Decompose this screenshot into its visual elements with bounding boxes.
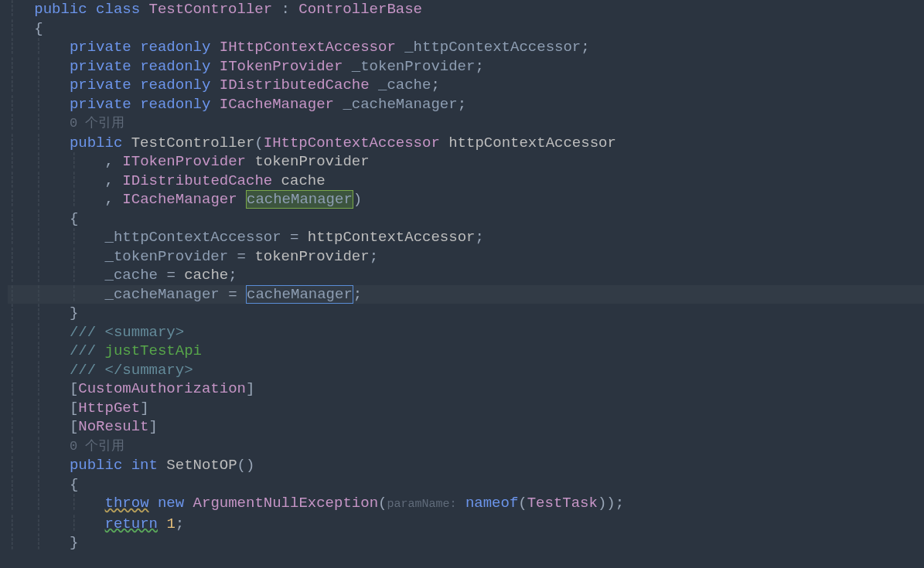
inlay-hint: paramName:: [387, 498, 456, 511]
type-name: IDistributedCache: [220, 77, 370, 94]
param-type: ICacheManager: [122, 191, 237, 208]
field-name: _httpContextAccessor: [404, 39, 581, 56]
param-name: cache: [281, 172, 326, 189]
field-name: _cacheManager: [343, 96, 457, 113]
open-paren: (: [378, 495, 387, 512]
code-line[interactable]: ┊ ┊ {: [8, 475, 924, 495]
keyword-new: new: [158, 495, 184, 512]
keyword-class: class: [96, 1, 140, 18]
keyword-private: private: [70, 96, 131, 113]
doc-comment: ///: [70, 324, 96, 341]
comma: ,: [105, 153, 114, 170]
codelens-references[interactable]: 0 个引用: [70, 439, 124, 454]
param-type: IDistributedCache: [122, 172, 272, 189]
code-line[interactable]: ┊ ┊ ┊ _cache = cache;: [8, 266, 924, 285]
code-line[interactable]: ┊ public class TestController : Controll…: [8, 0, 924, 19]
code-line[interactable]: ┊ ┊ /// justTestApi: [8, 342, 924, 361]
code-line[interactable]: ┊ ┊ /// </summary>: [8, 361, 924, 380]
number-literal: 1: [166, 515, 175, 532]
keyword-readonly: readonly: [140, 96, 210, 113]
code-line[interactable]: ┊ ┊ ┊ , IDistributedCache cache: [8, 172, 924, 191]
field-ref: _cache: [105, 267, 158, 284]
doc-comment: ///: [70, 362, 96, 379]
close-paren: ): [598, 495, 606, 512]
close-paren: ): [246, 457, 254, 474]
code-line[interactable]: ┊ ┊ ┊ , ICacheManager cacheManager): [8, 190, 924, 209]
keyword-readonly: readonly: [140, 58, 210, 75]
type-name: ICacheManager: [220, 96, 334, 113]
keyword-nameof: nameof: [465, 495, 518, 512]
code-line[interactable]: ┊ ┊ public TestController(IHttpContextAc…: [8, 134, 924, 153]
code-line[interactable]: ┊ ┊ private readonly IDistributedCache _…: [8, 76, 924, 95]
param-ref: tokenProvider: [254, 248, 369, 265]
param-name-highlighted: cacheManager: [246, 190, 353, 209]
bracket-open: [: [70, 400, 78, 417]
code-editor[interactable]: ┊ public class TestController : Controll…: [0, 0, 924, 553]
codelens-line[interactable]: ┊ ┊ 0 个引用: [8, 437, 924, 457]
keyword-readonly: readonly: [140, 77, 210, 94]
close-brace: }: [70, 304, 78, 321]
code-line-current[interactable]: ┊ ┊ ┊ _cacheManager = cacheManager;: [8, 285, 924, 304]
attribute-name: HttpGet: [78, 400, 140, 417]
code-line[interactable]: ┊ ┊ ┊ return 1;: [8, 515, 924, 534]
code-line[interactable]: ┊ ┊ ┊ throw new ArgumentNullException(pa…: [8, 494, 924, 515]
code-line[interactable]: ┊ ┊ }: [8, 304, 924, 323]
type-name: ITokenProvider: [220, 58, 343, 75]
type-ref: TestTask: [527, 495, 598, 512]
open-paren: (: [518, 495, 527, 512]
type-name: IHttpContextAccessor: [220, 39, 396, 56]
equals: =: [290, 229, 298, 246]
open-brace: {: [70, 210, 78, 227]
code-line[interactable]: ┊ ┊ {: [8, 209, 924, 229]
attribute-name: CustomAuthorization: [78, 380, 246, 397]
keyword-public: public: [70, 457, 122, 474]
code-line[interactable]: ┊ ┊ private readonly ITokenProvider _tok…: [8, 57, 924, 77]
constructor-name: TestController: [131, 134, 255, 151]
close-brace: }: [70, 534, 78, 551]
code-line[interactable]: ┊ ┊ [CustomAuthorization]: [8, 379, 924, 399]
keyword-throw: throw: [105, 495, 149, 512]
field-ref: _httpContextAccessor: [105, 229, 281, 246]
bracket-close: ]: [149, 418, 158, 435]
code-line[interactable]: ┊ ┊ /// <summary>: [8, 323, 924, 342]
field-name: _cache: [378, 77, 431, 94]
attribute-name: NoResult: [78, 418, 148, 435]
field-name: _tokenProvider: [352, 58, 476, 75]
keyword-private: private: [70, 39, 131, 56]
doc-tag: summary: [122, 362, 184, 379]
code-line[interactable]: ┊ ┊ private readonly IHttpContextAccesso…: [8, 38, 924, 57]
open-brace: {: [70, 476, 78, 493]
equals: =: [237, 248, 246, 265]
code-line[interactable]: ┊ ┊ ┊ _tokenProvider = tokenProvider;: [8, 247, 924, 267]
code-line[interactable]: ┊ ┊ [HttpGet]: [8, 399, 924, 418]
semicolon: ;: [615, 495, 624, 512]
keyword-readonly: readonly: [140, 39, 210, 56]
keyword-int: int: [131, 457, 158, 474]
codelens-references[interactable]: 0 个引用: [70, 116, 124, 131]
semicolon: ;: [581, 39, 589, 56]
bracket-close: ]: [246, 380, 254, 397]
codelens-line[interactable]: ┊ ┊ 0 个引用: [8, 114, 924, 134]
code-line[interactable]: ┊ ┊ ┊ , ITokenProvider tokenProvider: [8, 152, 924, 172]
code-line[interactable]: ┊ ┊ [NoResult]: [8, 417, 924, 437]
param-ref: httpContextAccessor: [308, 229, 476, 246]
open-paren: (: [237, 457, 246, 474]
code-line[interactable]: ┊ ┊ ┊ _httpContextAccessor = httpContext…: [8, 228, 924, 247]
keyword-return-unreachable: return: [105, 515, 158, 532]
code-line[interactable]: ┊ ┊ public int SetNotOP(): [8, 456, 924, 475]
bracket-close: ]: [140, 400, 148, 417]
bracket-open: [: [70, 380, 78, 397]
open-paren: (: [254, 134, 263, 151]
base-class: ControllerBase: [298, 1, 422, 18]
comma: ,: [105, 172, 114, 189]
param-ref: cache: [184, 267, 228, 284]
field-ref: _tokenProvider: [105, 248, 229, 265]
code-line[interactable]: ┊ {: [8, 19, 924, 39]
code-line[interactable]: ┊ ┊ private readonly ICacheManager _cach…: [8, 95, 924, 114]
equals: =: [228, 286, 237, 303]
code-line[interactable]: ┊ ┊ }: [8, 533, 924, 553]
doc-text: justTestApi: [96, 342, 202, 359]
open-brace: {: [34, 20, 43, 37]
keyword-private: private: [70, 77, 131, 94]
field-ref: _cacheManager: [105, 286, 220, 303]
